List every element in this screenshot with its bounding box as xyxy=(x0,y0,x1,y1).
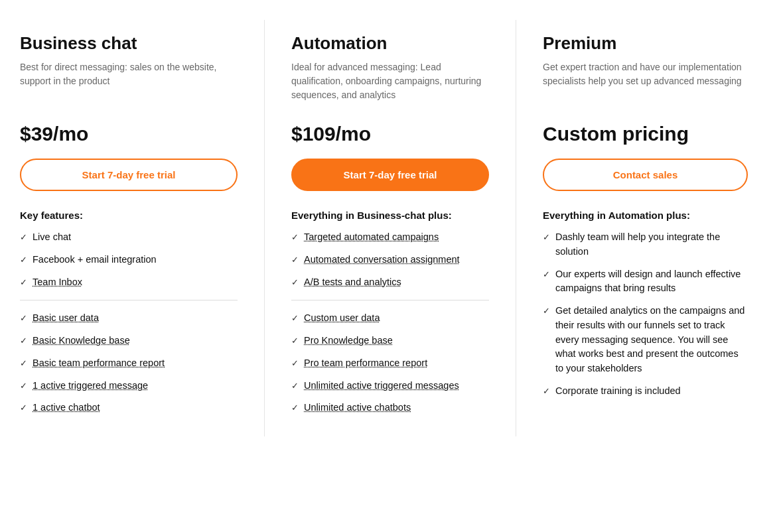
list-item: ✓Basic user data xyxy=(20,311,238,326)
feature-label: Team Inbox xyxy=(33,275,82,290)
feature-label: Facebook + email integration xyxy=(33,253,157,267)
features-heading-premium: Everything in Automation plus: xyxy=(543,210,748,221)
check-icon: ✓ xyxy=(20,312,27,325)
feature-label: Corporate training is included xyxy=(555,384,681,399)
plan-price-business-chat: $39/mo xyxy=(20,123,238,145)
check-icon: ✓ xyxy=(291,334,299,348)
plan-title-automation: Automation xyxy=(291,33,489,54)
check-icon: ✓ xyxy=(20,334,27,348)
check-icon: ✓ xyxy=(291,231,299,244)
check-icon: ✓ xyxy=(20,401,27,415)
plan-desc-automation: Ideal for advanced messaging: Lead quali… xyxy=(291,60,489,107)
check-icon: ✓ xyxy=(20,379,27,393)
feature-label: 1 active chatbot xyxy=(33,401,100,415)
plan-col-premium: PremiumGet expert traction and have our … xyxy=(516,20,768,436)
check-icon: ✓ xyxy=(20,231,27,244)
check-icon: ✓ xyxy=(543,304,550,318)
list-item: ✓1 active triggered message xyxy=(20,379,238,393)
feature-label: Targeted automated campaigns xyxy=(304,230,439,245)
check-icon: ✓ xyxy=(291,357,299,370)
plan-col-business-chat: Business chatBest for direct messaging: … xyxy=(13,20,265,436)
feature-divider xyxy=(291,300,489,300)
features-heading-business-chat: Key features: xyxy=(20,210,238,221)
check-icon: ✓ xyxy=(291,312,299,325)
plan-cta-premium[interactable]: Contact sales xyxy=(543,159,748,191)
pricing-grid: Business chatBest for direct messaging: … xyxy=(0,0,781,456)
feature-label: Basic user data xyxy=(33,311,99,326)
plan-desc-premium: Get expert traction and have our impleme… xyxy=(543,60,748,107)
feature-label: Unlimited active chatbots xyxy=(304,401,411,415)
features-top-automation: ✓Targeted automated campaigns✓Automated … xyxy=(291,230,489,289)
list-item: ✓Dashly team will help you integrate the… xyxy=(543,230,748,259)
features-heading-automation: Everything in Business-chat plus: xyxy=(291,210,489,221)
check-icon: ✓ xyxy=(543,231,550,244)
feature-label: Automated conversation assignment xyxy=(304,253,460,267)
list-item: ✓Custom user data xyxy=(291,311,489,326)
feature-label: Live chat xyxy=(33,230,71,245)
plan-col-automation: AutomationIdeal for advanced messaging: … xyxy=(265,20,516,436)
list-item: ✓Basic team performance report xyxy=(20,356,238,371)
plan-cta-business-chat[interactable]: Start 7-day free trial xyxy=(20,159,238,191)
list-item: ✓Team Inbox xyxy=(20,275,238,290)
feature-label: Dashly team will help you integrate the … xyxy=(555,230,748,259)
plan-title-premium: Premium xyxy=(543,33,748,54)
check-icon: ✓ xyxy=(291,276,299,289)
check-icon: ✓ xyxy=(291,401,299,415)
features-bottom-premium: ✓Dashly team will help you integrate the… xyxy=(543,230,748,399)
list-item: ✓Corporate training is included xyxy=(543,384,748,399)
feature-divider xyxy=(20,300,238,300)
features-bottom-automation: ✓Custom user data✓Pro Knowledge base✓Pro… xyxy=(291,311,489,415)
list-item: ✓Unlimited active chatbots xyxy=(291,401,489,415)
feature-label: Our experts will design and launch effec… xyxy=(555,267,748,297)
feature-label: Pro team performance report xyxy=(304,356,427,371)
list-item: ✓Facebook + email integration xyxy=(20,253,238,267)
list-item: ✓Live chat xyxy=(20,230,238,245)
plan-title-business-chat: Business chat xyxy=(20,33,238,54)
list-item: ✓1 active chatbot xyxy=(20,401,238,415)
check-icon: ✓ xyxy=(291,253,299,267)
list-item: ✓Get detailed analytics on the campaigns… xyxy=(543,304,748,376)
list-item: ✓A/B tests and analytics xyxy=(291,275,489,290)
check-icon: ✓ xyxy=(20,357,27,370)
feature-label: Basic Knowledge base xyxy=(33,334,130,348)
list-item: ✓Targeted automated campaigns xyxy=(291,230,489,245)
feature-label: Basic team performance report xyxy=(33,356,165,371)
list-item: ✓Unlimited active triggered messages xyxy=(291,379,489,393)
plan-cta-automation[interactable]: Start 7-day free trial xyxy=(291,159,489,191)
feature-label: Unlimited active triggered messages xyxy=(304,379,459,393)
list-item: ✓Pro Knowledge base xyxy=(291,334,489,348)
features-top-business-chat: ✓Live chat✓Facebook + email integration✓… xyxy=(20,230,238,289)
list-item: ✓Basic Knowledge base xyxy=(20,334,238,348)
check-icon: ✓ xyxy=(20,276,27,289)
feature-label: 1 active triggered message xyxy=(33,379,148,393)
plan-price-automation: $109/mo xyxy=(291,123,489,145)
plan-desc-business-chat: Best for direct messaging: sales on the … xyxy=(20,60,238,107)
list-item: ✓Automated conversation assignment xyxy=(291,253,489,267)
check-icon: ✓ xyxy=(543,385,550,398)
check-icon: ✓ xyxy=(291,379,299,393)
check-icon: ✓ xyxy=(20,253,27,267)
feature-label: Pro Knowledge base xyxy=(304,334,393,348)
list-item: ✓Pro team performance report xyxy=(291,356,489,371)
check-icon: ✓ xyxy=(543,268,550,281)
features-bottom-business-chat: ✓Basic user data✓Basic Knowledge base✓Ba… xyxy=(20,311,238,415)
feature-label: Custom user data xyxy=(304,311,380,326)
plan-price-premium: Custom pricing xyxy=(543,123,748,145)
list-item: ✓Our experts will design and launch effe… xyxy=(543,267,748,297)
feature-label: Get detailed analytics on the campaigns … xyxy=(555,304,748,376)
feature-label: A/B tests and analytics xyxy=(304,275,401,290)
